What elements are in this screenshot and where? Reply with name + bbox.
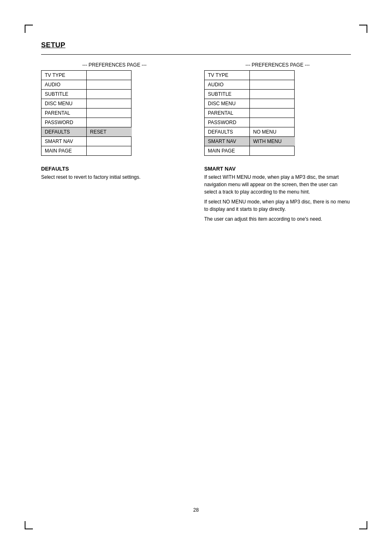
list-item-parental-left-opt	[87, 108, 132, 118]
list-item-tv-type-right-opt	[250, 71, 295, 80]
table-row: MAIN PAGE	[205, 146, 294, 155]
corner-mark-br	[359, 521, 367, 529]
desc-text-smart-nav-1: If select WITH MENU mode, when play a MP…	[204, 173, 351, 196]
table-row: DEFAULTS NO MENU	[205, 127, 294, 137]
list-item-main-page-left: MAIN PAGE	[42, 146, 87, 155]
list-item-audio-left: AUDIO	[42, 80, 87, 89]
desc-text-smart-nav-2: If select NO MENU mode, when play a MP3 …	[204, 198, 351, 213]
list-item-subtitle-right-opt	[250, 90, 295, 99]
list-item-disc-menu-right: DISC MENU	[205, 99, 250, 108]
list-item-password-right: PASSWORD	[205, 118, 250, 127]
title-divider	[41, 54, 351, 55]
desc-title-smart-nav: SMART NAV	[204, 166, 351, 172]
list-item-tv-type-left-opt	[87, 71, 132, 80]
table-row: PARENTAL	[42, 108, 131, 118]
table-row: DISC MENU	[42, 99, 131, 108]
table-row: SMART NAV WITH MENU	[205, 137, 294, 146]
list-item-disc-menu-right-opt	[250, 99, 295, 108]
list-item-audio-left-opt	[87, 80, 132, 89]
list-item-tv-type-right: TV TYPE	[205, 71, 250, 80]
menu-panel-left: TV TYPE AUDIO SUBTITLE DISC MENU PARENTA…	[41, 70, 131, 156]
list-item-main-page-right-opt	[250, 146, 295, 155]
desc-title-defaults: DEFAULTS	[41, 166, 188, 172]
list-item-password-left-opt	[87, 118, 132, 127]
list-item-password-right-opt	[250, 118, 295, 127]
desc-col-right: SMART NAV If select WITH MENU mode, when…	[204, 166, 351, 225]
page-number: 28	[193, 507, 198, 513]
corner-mark-tl	[25, 25, 33, 33]
corner-mark-tr	[359, 25, 367, 33]
table-row: PASSWORD	[205, 118, 294, 127]
list-item-parental-left: PARENTAL	[42, 108, 87, 118]
table-row: AUDIO	[205, 80, 294, 90]
panel-left-header: --- PREFERENCES PAGE ---	[41, 62, 188, 68]
list-item-defaults-left-opt: RESET	[87, 127, 132, 136]
list-item-disc-menu-left-opt	[87, 99, 132, 108]
table-row: DEFAULTS RESET	[42, 127, 131, 137]
table-row: PARENTAL	[205, 108, 294, 118]
table-row: DISC MENU	[205, 99, 294, 108]
table-row: SUBTITLE	[205, 90, 294, 99]
list-item-smart-nav-right: SMART NAV	[205, 137, 250, 146]
list-item-smart-nav-left-opt	[87, 137, 132, 146]
list-item-defaults-right-opt: NO MENU	[250, 127, 295, 136]
list-item-parental-right-opt	[250, 108, 295, 118]
table-row: TV TYPE	[205, 71, 294, 80]
list-item-audio-right: AUDIO	[205, 80, 250, 89]
menu-panel-right: TV TYPE AUDIO SUBTITLE DISC MENU PARENTA…	[204, 70, 295, 156]
panel-right: --- PREFERENCES PAGE --- TV TYPE AUDIO S…	[204, 62, 351, 156]
list-item-disc-menu-left: DISC MENU	[42, 99, 87, 108]
desc-text-smart-nav-3: The user can adjust this item according …	[204, 215, 351, 223]
list-item-smart-nav-right-opt: WITH MENU	[250, 137, 295, 146]
list-item-defaults-left: DEFAULTS	[42, 127, 87, 136]
list-item-main-page-right: MAIN PAGE	[205, 146, 250, 155]
corner-mark-bl	[25, 521, 33, 529]
table-row: SUBTITLE	[42, 90, 131, 99]
list-item-defaults-right: DEFAULTS	[205, 127, 250, 136]
list-item-smart-nav-left: SMART NAV	[42, 137, 87, 146]
list-item-password-left: PASSWORD	[42, 118, 87, 127]
list-item-subtitle-left-opt	[87, 90, 132, 99]
list-item-audio-right-opt	[250, 80, 295, 89]
table-row: MAIN PAGE	[42, 146, 131, 155]
page-title: SETUP	[41, 41, 351, 49]
list-item-tv-type-left: TV TYPE	[42, 71, 87, 80]
panel-left: --- PREFERENCES PAGE --- TV TYPE AUDIO S…	[41, 62, 188, 156]
descriptions-row: DEFAULTS Select reset to revert to facto…	[41, 166, 351, 225]
list-item-parental-right: PARENTAL	[205, 108, 250, 118]
desc-col-left: DEFAULTS Select reset to revert to facto…	[41, 166, 188, 225]
table-row: PASSWORD	[42, 118, 131, 127]
table-row: TV TYPE	[42, 71, 131, 80]
list-item-main-page-left-opt	[87, 146, 132, 155]
list-item-subtitle-right: SUBTITLE	[205, 90, 250, 99]
panels-row: --- PREFERENCES PAGE --- TV TYPE AUDIO S…	[41, 62, 351, 156]
table-row: AUDIO	[42, 80, 131, 90]
desc-text-defaults: Select reset to revert to factory initia…	[41, 173, 188, 181]
list-item-subtitle-left: SUBTITLE	[42, 90, 87, 99]
panel-right-header: --- PREFERENCES PAGE ---	[204, 62, 351, 68]
table-row: SMART NAV	[42, 137, 131, 146]
